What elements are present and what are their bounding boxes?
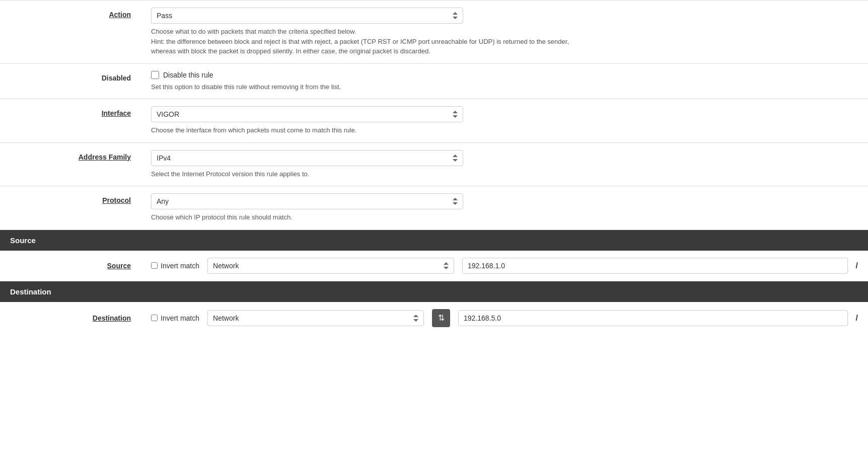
address-family-content: IPv4 IPv6 IPv4+IPv6 Select the Internet …	[141, 143, 868, 186]
disable-rule-label[interactable]: Disable this rule	[163, 71, 213, 79]
source-network-select[interactable]: Network Any Single host or alias LAN sub…	[207, 258, 454, 274]
source-invert-checkbox[interactable]	[151, 262, 158, 269]
disable-rule-checkbox[interactable]	[151, 71, 159, 79]
swap-icon: ⇅	[438, 313, 445, 323]
source-invert-match: Invert match	[151, 262, 199, 270]
action-select[interactable]: Pass Block Reject	[151, 8, 463, 24]
action-label: Action	[0, 1, 141, 63]
destination-ip-input[interactable]	[458, 310, 848, 326]
destination-content: Invert match Network Any Single host or …	[141, 302, 868, 334]
disabled-label: Disabled	[0, 64, 141, 99]
disabled-content: Disable this rule Set this option to dis…	[141, 64, 868, 99]
action-row: Action Pass Block Reject Choose what to …	[0, 0, 868, 64]
destination-row: Destination Invert match Network Any Sin…	[0, 302, 868, 334]
interface-label: Interface	[0, 99, 141, 142]
destination-invert-checkbox[interactable]	[151, 315, 158, 321]
protocol-select[interactable]: Any TCP UDP ICMP	[151, 193, 463, 209]
disabled-description: Set this option to disable this rule wit…	[151, 82, 858, 92]
firewall-rule-form: Action Pass Block Reject Choose what to …	[0, 0, 868, 334]
destination-invert-match: Invert match	[151, 314, 199, 322]
source-invert-label[interactable]: Invert match	[161, 262, 199, 270]
destination-field-label: Destination	[0, 306, 141, 330]
interface-description: Choose the interface from which packets …	[151, 125, 858, 135]
destination-invert-label[interactable]: Invert match	[161, 314, 199, 322]
source-ip-input[interactable]	[462, 258, 848, 274]
destination-section-header: Destination	[0, 281, 868, 302]
source-slash: /	[856, 261, 858, 270]
action-content: Pass Block Reject Choose what to do with…	[141, 1, 868, 63]
address-family-select[interactable]: IPv4 IPv6 IPv4+IPv6	[151, 150, 463, 166]
source-content: Invert match Network Any Single host or …	[141, 251, 868, 281]
address-family-row: Address Family IPv4 IPv6 IPv4+IPv6 Selec…	[0, 143, 868, 187]
destination-network-select[interactable]: Network Any Single host or alias LAN sub…	[207, 310, 424, 326]
interface-select[interactable]: VIGOR	[151, 106, 463, 122]
action-description-1: Choose what to do with packets that matc…	[151, 27, 858, 56]
disable-rule-checkbox-row: Disable this rule	[151, 71, 858, 79]
interface-row: Interface VIGOR Choose the interface fro…	[0, 99, 868, 143]
protocol-label: Protocol	[0, 186, 141, 230]
protocol-row: Protocol Any TCP UDP ICMP Choose which I…	[0, 186, 868, 230]
source-row: Source Invert match Network Any Single h…	[0, 251, 868, 281]
protocol-content: Any TCP UDP ICMP Choose which IP protoco…	[141, 186, 868, 230]
protocol-description: Choose which IP protocol this rule shoul…	[151, 212, 858, 222]
source-field-label: Source	[0, 254, 141, 278]
swap-button[interactable]: ⇅	[432, 309, 450, 327]
address-family-description: Select the Internet Protocol version thi…	[151, 169, 858, 179]
interface-content: VIGOR Choose the interface from which pa…	[141, 99, 868, 142]
address-family-label: Address Family	[0, 143, 141, 186]
destination-slash: /	[856, 314, 858, 323]
source-section-header: Source	[0, 230, 868, 251]
disabled-row: Disabled Disable this rule Set this opti…	[0, 64, 868, 100]
